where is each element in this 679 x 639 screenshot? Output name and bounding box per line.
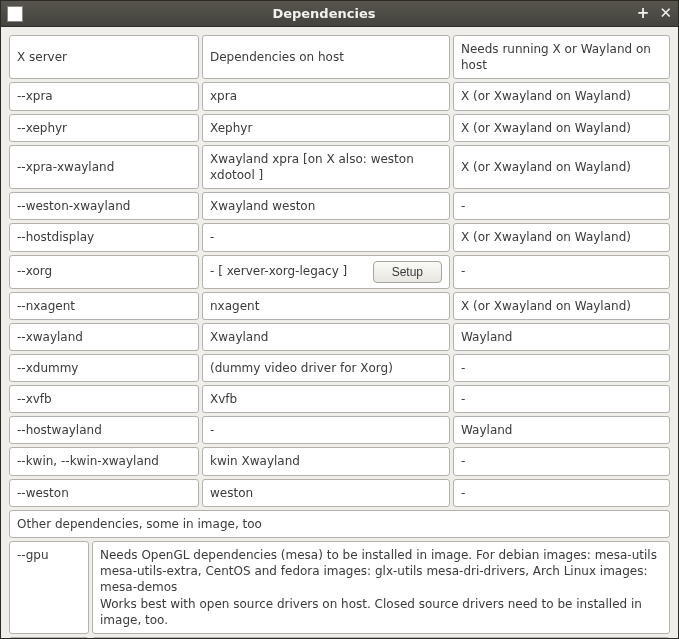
table-row: --xephyrXephyrX (or Xwayland on Wayland) — [9, 114, 670, 142]
header-host-deps: Dependencies on host — [202, 35, 450, 79]
xserver-table: X server Dependencies on host Needs runn… — [9, 35, 670, 507]
table-row: --westonweston- — [9, 479, 670, 507]
other-option-cell: --gpu — [9, 541, 89, 634]
need-cell: X (or Xwayland on Wayland) — [453, 145, 670, 189]
need-cell: X (or Xwayland on Wayland) — [453, 292, 670, 320]
table-row: --xpraxpraX (or Xwayland on Wayland) — [9, 82, 670, 110]
need-cell: - — [453, 354, 670, 382]
dependencies-window: Dependencies + ✕ X server Dependencies o… — [0, 0, 679, 639]
table-row: --kwin, --kwin-xwaylandkwin Xwayland- — [9, 447, 670, 475]
setup-button[interactable]: Setup — [373, 261, 442, 283]
need-cell: Wayland — [453, 416, 670, 444]
header-xserver: X server — [9, 35, 199, 79]
maximize-icon[interactable]: + — [637, 6, 650, 21]
table-row: --nxagentnxagentX (or Xwayland on Waylan… — [9, 292, 670, 320]
content-area: X server Dependencies on host Needs runn… — [1, 27, 678, 638]
dep-cell: Xvfb — [202, 385, 450, 413]
table-row: --hostdisplay-X (or Xwayland on Wayland) — [9, 223, 670, 251]
need-cell: X (or Xwayland on Wayland) — [453, 82, 670, 110]
option-cell: --xdummy — [9, 354, 199, 382]
dep-cell: Xwayland xpra [on X also: weston xdotool… — [202, 145, 450, 189]
dep-cell: - — [202, 223, 450, 251]
option-cell: --xpra — [9, 82, 199, 110]
option-cell: --xwayland — [9, 323, 199, 351]
option-cell: --weston — [9, 479, 199, 507]
need-cell: - — [453, 385, 670, 413]
dep-cell: xpra — [202, 82, 450, 110]
need-cell: X (or Xwayland on Wayland) — [453, 223, 670, 251]
header-needs: Needs running X or Wayland on host — [453, 35, 670, 79]
table-row: --xvfbXvfb- — [9, 385, 670, 413]
other-deps-heading: Other dependencies, some in image, too — [9, 510, 670, 538]
dep-cell: Xephyr — [202, 114, 450, 142]
other-deps-table: --gpuNeeds OpenGL dependencies (mesa) to… — [9, 541, 670, 638]
option-cell: --kwin, --kwin-xwayland — [9, 447, 199, 475]
dep-cell: - — [202, 416, 450, 444]
other-option-cell: --clipboard — [9, 637, 89, 638]
need-cell: Wayland — [453, 323, 670, 351]
table-row: --hostwayland-Wayland — [9, 416, 670, 444]
other-desc-cell: Needs OpenGL dependencies (mesa) to be i… — [92, 541, 670, 634]
table-row: --xwaylandXwaylandWayland — [9, 323, 670, 351]
close-icon[interactable]: ✕ — [659, 6, 672, 21]
need-cell: - — [453, 192, 670, 220]
dep-cell: Xwayland — [202, 323, 450, 351]
option-cell: --xephyr — [9, 114, 199, 142]
option-cell: --weston-xwayland — [9, 192, 199, 220]
table-row: --xpra-xwaylandXwayland xpra [on X also:… — [9, 145, 670, 189]
need-cell: X (or Xwayland on Wayland) — [453, 114, 670, 142]
option-cell: --xpra-xwayland — [9, 145, 199, 189]
option-cell: --nxagent — [9, 292, 199, 320]
dep-text: - [ xerver-xorg-legacy ] — [210, 263, 367, 279]
dep-cell: nxagent — [202, 292, 450, 320]
need-cell: - — [453, 479, 670, 507]
window-title: Dependencies — [11, 6, 637, 21]
titlebar: Dependencies + ✕ — [1, 1, 678, 27]
table-row: --xdummy(dummy video driver for Xorg)- — [9, 354, 670, 382]
dep-cell: kwin Xwayland — [202, 447, 450, 475]
table-row: --weston-xwaylandXwayland weston- — [9, 192, 670, 220]
option-cell: --hostdisplay — [9, 223, 199, 251]
dep-cell: (dummy video driver for Xorg) — [202, 354, 450, 382]
option-cell: --xvfb — [9, 385, 199, 413]
dep-cell: - [ xerver-xorg-legacy ]Setup — [202, 255, 450, 289]
option-cell: --xorg — [9, 255, 199, 289]
option-cell: --hostwayland — [9, 416, 199, 444]
dep-cell: weston — [202, 479, 450, 507]
other-desc-cell: Needs package xclip on host (except for … — [92, 637, 670, 638]
need-cell: - — [453, 447, 670, 475]
need-cell: - — [453, 255, 670, 289]
table-row: --xorg- [ xerver-xorg-legacy ]Setup- — [9, 255, 670, 289]
dep-cell: Xwayland weston — [202, 192, 450, 220]
